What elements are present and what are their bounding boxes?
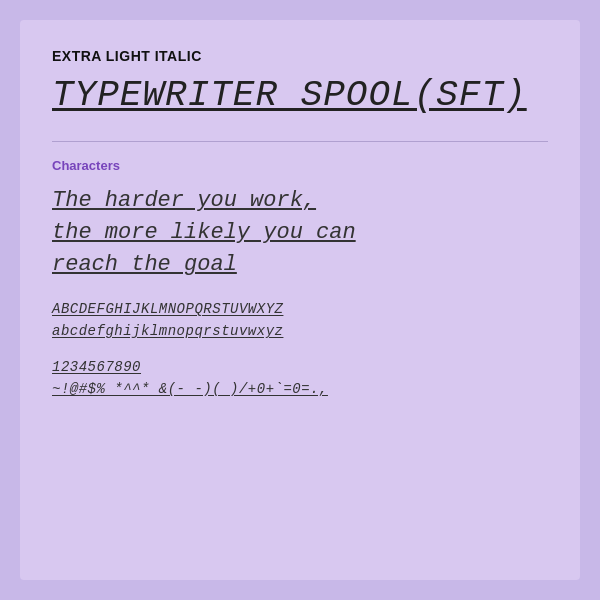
sample-line-2: the more likely you can: [52, 220, 356, 245]
sample-text: The harder you work, the more likely you…: [52, 185, 548, 281]
divider: [52, 141, 548, 142]
font-style-label: EXTRA LIGHT ITALIC: [52, 48, 548, 64]
font-title: TYPEWRITER SPOOL(SFT): [52, 74, 548, 117]
font-card: EXTRA LIGHT ITALIC TYPEWRITER SPOOL(SFT)…: [20, 20, 580, 580]
characters-section-label: Characters: [52, 158, 548, 173]
symbols-row: ~!@#$% *^^* &(- -)( )/+0+`=0=.,: [52, 381, 548, 397]
alphabet-uppercase: ABCDEFGHIJKLMNOPQRSTUVWXYZ: [52, 301, 548, 317]
numbers-row: 1234567890: [52, 359, 548, 375]
alphabet-lowercase: abcdefghijklmnopqrstuvwxyz: [52, 323, 548, 339]
sample-line-3: reach the goal: [52, 252, 237, 277]
sample-line-1: The harder you work,: [52, 188, 316, 213]
